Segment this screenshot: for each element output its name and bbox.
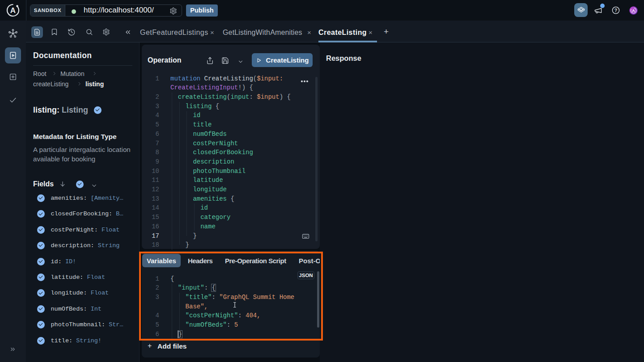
svg-text:A: A (632, 8, 635, 13)
svg-text:?: ? (614, 8, 617, 13)
svg-text:A: A (10, 6, 16, 15)
